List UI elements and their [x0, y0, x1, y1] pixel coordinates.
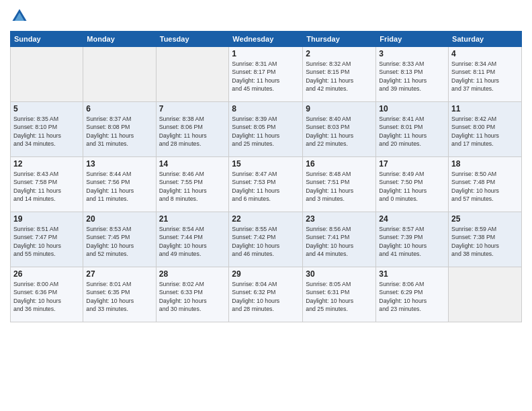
day-info: Sunrise: 8:01 AM Sunset: 6:35 PM Dayligh… [86, 280, 152, 313]
day-info: Sunrise: 8:35 AM Sunset: 8:10 PM Dayligh… [13, 115, 80, 148]
calendar-week-5: 26Sunrise: 8:00 AM Sunset: 6:36 PM Dayli… [11, 267, 522, 322]
day-number: 31 [379, 269, 445, 279]
day-number: 25 [451, 214, 519, 224]
day-info: Sunrise: 8:04 AM Sunset: 6:32 PM Dayligh… [232, 280, 300, 313]
day-number: 9 [306, 104, 373, 113]
weekday-header-tuesday: Tuesday [156, 32, 229, 47]
day-number: 27 [86, 269, 152, 279]
calendar-cell [449, 267, 522, 322]
calendar-cell: 12Sunrise: 8:43 AM Sunset: 7:58 PM Dayli… [11, 157, 83, 212]
day-info: Sunrise: 8:32 AM Sunset: 8:15 PM Dayligh… [306, 60, 373, 93]
day-info: Sunrise: 8:41 AM Sunset: 8:01 PM Dayligh… [379, 115, 445, 148]
day-info: Sunrise: 8:38 AM Sunset: 8:06 PM Dayligh… [159, 115, 226, 148]
day-number: 7 [159, 104, 226, 113]
calendar-cell: 29Sunrise: 8:04 AM Sunset: 6:32 PM Dayli… [229, 267, 303, 322]
day-info: Sunrise: 8:39 AM Sunset: 8:05 PM Dayligh… [232, 115, 300, 148]
calendar-cell [11, 47, 83, 102]
calendar-cell: 15Sunrise: 8:47 AM Sunset: 7:53 PM Dayli… [229, 157, 303, 212]
day-info: Sunrise: 8:42 AM Sunset: 8:00 PM Dayligh… [451, 115, 519, 148]
page-container: SundayMondayTuesdayWednesdayThursdayFrid… [0, 0, 532, 329]
day-info: Sunrise: 8:57 AM Sunset: 7:39 PM Dayligh… [379, 225, 445, 258]
calendar-cell: 6Sunrise: 8:37 AM Sunset: 8:08 PM Daylig… [83, 102, 156, 157]
day-info: Sunrise: 8:54 AM Sunset: 7:44 PM Dayligh… [159, 225, 226, 258]
day-number: 10 [379, 104, 445, 113]
day-number: 4 [451, 49, 519, 58]
weekday-header-wednesday: Wednesday [229, 32, 303, 47]
day-info: Sunrise: 8:44 AM Sunset: 7:56 PM Dayligh… [86, 170, 152, 203]
calendar-cell [83, 47, 156, 102]
calendar-cell: 4Sunrise: 8:34 AM Sunset: 8:11 PM Daylig… [449, 47, 522, 102]
calendar-week-1: 1Sunrise: 8:31 AM Sunset: 8:17 PM Daylig… [11, 47, 522, 102]
day-info: Sunrise: 8:47 AM Sunset: 7:53 PM Dayligh… [232, 170, 300, 203]
day-info: Sunrise: 8:50 AM Sunset: 7:48 PM Dayligh… [451, 170, 519, 203]
calendar-cell: 26Sunrise: 8:00 AM Sunset: 6:36 PM Dayli… [11, 267, 83, 322]
day-number: 21 [159, 214, 226, 224]
day-number: 12 [13, 159, 80, 169]
calendar-cell: 31Sunrise: 8:06 AM Sunset: 6:29 PM Dayli… [376, 267, 449, 322]
day-info: Sunrise: 8:53 AM Sunset: 7:45 PM Dayligh… [86, 225, 152, 258]
calendar-cell: 16Sunrise: 8:48 AM Sunset: 7:51 PM Dayli… [303, 157, 376, 212]
day-number: 14 [159, 159, 226, 169]
day-number: 5 [13, 104, 80, 113]
calendar-cell: 9Sunrise: 8:40 AM Sunset: 8:03 PM Daylig… [303, 102, 376, 157]
day-number: 22 [232, 214, 300, 224]
day-info: Sunrise: 8:56 AM Sunset: 7:41 PM Dayligh… [306, 225, 373, 258]
calendar-cell: 21Sunrise: 8:54 AM Sunset: 7:44 PM Dayli… [156, 212, 229, 267]
day-info: Sunrise: 8:51 AM Sunset: 7:47 PM Dayligh… [13, 225, 80, 258]
calendar-cell: 2Sunrise: 8:32 AM Sunset: 8:15 PM Daylig… [303, 47, 376, 102]
page-header [10, 7, 522, 26]
day-number: 17 [379, 159, 445, 169]
calendar-week-4: 19Sunrise: 8:51 AM Sunset: 7:47 PM Dayli… [11, 212, 522, 267]
calendar-cell: 5Sunrise: 8:35 AM Sunset: 8:10 PM Daylig… [11, 102, 83, 157]
weekday-header-thursday: Thursday [303, 32, 376, 47]
calendar-table: SundayMondayTuesdayWednesdayThursdayFrid… [10, 31, 522, 322]
day-info: Sunrise: 8:37 AM Sunset: 8:08 PM Dayligh… [86, 115, 152, 148]
day-info: Sunrise: 8:46 AM Sunset: 7:55 PM Dayligh… [159, 170, 226, 203]
day-info: Sunrise: 8:49 AM Sunset: 7:50 PM Dayligh… [379, 170, 445, 203]
calendar-cell: 14Sunrise: 8:46 AM Sunset: 7:55 PM Dayli… [156, 157, 229, 212]
day-number: 2 [306, 49, 373, 58]
calendar-cell: 24Sunrise: 8:57 AM Sunset: 7:39 PM Dayli… [376, 212, 449, 267]
day-number: 11 [451, 104, 519, 113]
calendar-cell: 27Sunrise: 8:01 AM Sunset: 6:35 PM Dayli… [83, 267, 156, 322]
calendar-cell: 3Sunrise: 8:33 AM Sunset: 8:13 PM Daylig… [376, 47, 449, 102]
calendar-cell: 28Sunrise: 8:02 AM Sunset: 6:33 PM Dayli… [156, 267, 229, 322]
day-info: Sunrise: 8:40 AM Sunset: 8:03 PM Dayligh… [306, 115, 373, 148]
calendar-cell: 20Sunrise: 8:53 AM Sunset: 7:45 PM Dayli… [83, 212, 156, 267]
day-info: Sunrise: 8:33 AM Sunset: 8:13 PM Dayligh… [379, 60, 445, 93]
calendar-cell: 22Sunrise: 8:55 AM Sunset: 7:42 PM Dayli… [229, 212, 303, 267]
calendar-cell: 23Sunrise: 8:56 AM Sunset: 7:41 PM Dayli… [303, 212, 376, 267]
day-info: Sunrise: 8:02 AM Sunset: 6:33 PM Dayligh… [159, 280, 226, 313]
day-info: Sunrise: 8:05 AM Sunset: 6:31 PM Dayligh… [306, 280, 373, 313]
day-number: 29 [232, 269, 300, 279]
day-number: 18 [451, 159, 519, 169]
calendar-week-3: 12Sunrise: 8:43 AM Sunset: 7:58 PM Dayli… [11, 157, 522, 212]
day-number: 16 [306, 159, 373, 169]
calendar-cell: 1Sunrise: 8:31 AM Sunset: 8:17 PM Daylig… [229, 47, 303, 102]
day-number: 28 [159, 269, 226, 279]
calendar-cell: 11Sunrise: 8:42 AM Sunset: 8:00 PM Dayli… [449, 102, 522, 157]
day-info: Sunrise: 8:31 AM Sunset: 8:17 PM Dayligh… [232, 60, 300, 93]
day-number: 19 [13, 214, 80, 224]
weekday-header-friday: Friday [376, 32, 449, 47]
day-number: 8 [232, 104, 300, 113]
day-info: Sunrise: 8:00 AM Sunset: 6:36 PM Dayligh… [13, 280, 80, 313]
calendar-cell: 19Sunrise: 8:51 AM Sunset: 7:47 PM Dayli… [11, 212, 83, 267]
day-number: 13 [86, 159, 152, 169]
day-number: 24 [379, 214, 445, 224]
day-number: 20 [86, 214, 152, 224]
day-number: 3 [379, 49, 445, 58]
day-info: Sunrise: 8:43 AM Sunset: 7:58 PM Dayligh… [13, 170, 80, 203]
calendar-week-2: 5Sunrise: 8:35 AM Sunset: 8:10 PM Daylig… [11, 102, 522, 157]
day-info: Sunrise: 8:06 AM Sunset: 6:29 PM Dayligh… [379, 280, 445, 313]
day-info: Sunrise: 8:34 AM Sunset: 8:11 PM Dayligh… [451, 60, 519, 93]
calendar-cell: 7Sunrise: 8:38 AM Sunset: 8:06 PM Daylig… [156, 102, 229, 157]
day-number: 23 [306, 214, 373, 224]
calendar-cell: 17Sunrise: 8:49 AM Sunset: 7:50 PM Dayli… [376, 157, 449, 212]
calendar-cell: 13Sunrise: 8:44 AM Sunset: 7:56 PM Dayli… [83, 157, 156, 212]
logo-icon [10, 7, 29, 26]
day-info: Sunrise: 8:55 AM Sunset: 7:42 PM Dayligh… [232, 225, 300, 258]
day-number: 30 [306, 269, 373, 279]
day-info: Sunrise: 8:48 AM Sunset: 7:51 PM Dayligh… [306, 170, 373, 203]
day-number: 26 [13, 269, 80, 279]
